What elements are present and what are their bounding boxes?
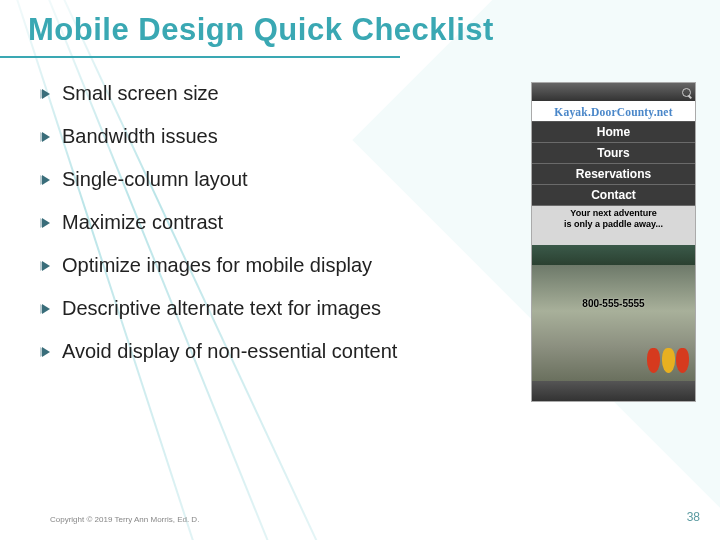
page-number: 38 bbox=[687, 510, 700, 524]
bullet-list: Small screen size Bandwidth issues Singl… bbox=[42, 82, 472, 383]
mockup-nav-item: Contact bbox=[532, 185, 695, 206]
mockup-hero: Your next adventure is only a paddle awa… bbox=[532, 206, 695, 381]
mockup-nav-item: Reservations bbox=[532, 164, 695, 185]
mockup-phone-number: 800-555-5555 bbox=[532, 298, 695, 309]
mockup-tagline: Your next adventure is only a paddle awa… bbox=[532, 208, 695, 230]
kayak-icon bbox=[662, 348, 675, 373]
list-item: Single-column layout bbox=[42, 168, 472, 191]
slide-title: Mobile Design Quick Checklist bbox=[28, 12, 494, 48]
mockup-footer-bar bbox=[532, 381, 695, 401]
search-icon bbox=[682, 88, 691, 97]
mockup-nav-item: Home bbox=[532, 122, 695, 143]
bullet-text: Bandwidth issues bbox=[62, 125, 218, 148]
mockup-status-bar bbox=[532, 83, 695, 101]
bullet-text: Maximize contrast bbox=[62, 211, 223, 234]
mockup-tagline-line: is only a paddle away... bbox=[532, 219, 695, 230]
list-item: Bandwidth issues bbox=[42, 125, 472, 148]
list-item: Small screen size bbox=[42, 82, 472, 105]
bullet-text: Single-column layout bbox=[62, 168, 248, 191]
list-item: Descriptive alternate text for images bbox=[42, 297, 472, 320]
mockup-nav: Home Tours Reservations Contact bbox=[532, 121, 695, 206]
bullet-arrow-icon bbox=[42, 261, 50, 271]
kayak-icon bbox=[647, 348, 660, 373]
phone-mockup: Kayak.DoorCounty.net Home Tours Reservat… bbox=[531, 82, 696, 402]
mockup-kayaks-graphic bbox=[650, 348, 689, 377]
bullet-text: Descriptive alternate text for images bbox=[62, 297, 381, 320]
bullet-arrow-icon bbox=[42, 132, 50, 142]
list-item: Maximize contrast bbox=[42, 211, 472, 234]
title-underline bbox=[0, 56, 400, 58]
kayak-icon bbox=[676, 348, 689, 373]
mockup-logo-text: Kayak.DoorCounty.net bbox=[554, 106, 672, 118]
mockup-logo-bar: Kayak.DoorCounty.net bbox=[532, 101, 695, 121]
bullet-text: Optimize images for mobile display bbox=[62, 254, 372, 277]
list-item: Avoid display of non-essential content bbox=[42, 340, 472, 363]
mockup-nav-item: Tours bbox=[532, 143, 695, 164]
list-item: Optimize images for mobile display bbox=[42, 254, 472, 277]
copyright-footer: Copyright © 2019 Terry Ann Morris, Ed. D… bbox=[50, 515, 199, 524]
bullet-arrow-icon bbox=[42, 175, 50, 185]
bullet-text: Small screen size bbox=[62, 82, 219, 105]
bullet-arrow-icon bbox=[42, 347, 50, 357]
mockup-tagline-line: Your next adventure bbox=[532, 208, 695, 219]
bullet-arrow-icon bbox=[42, 89, 50, 99]
bullet-text: Avoid display of non-essential content bbox=[62, 340, 397, 363]
bullet-arrow-icon bbox=[42, 304, 50, 314]
bullet-arrow-icon bbox=[42, 218, 50, 228]
